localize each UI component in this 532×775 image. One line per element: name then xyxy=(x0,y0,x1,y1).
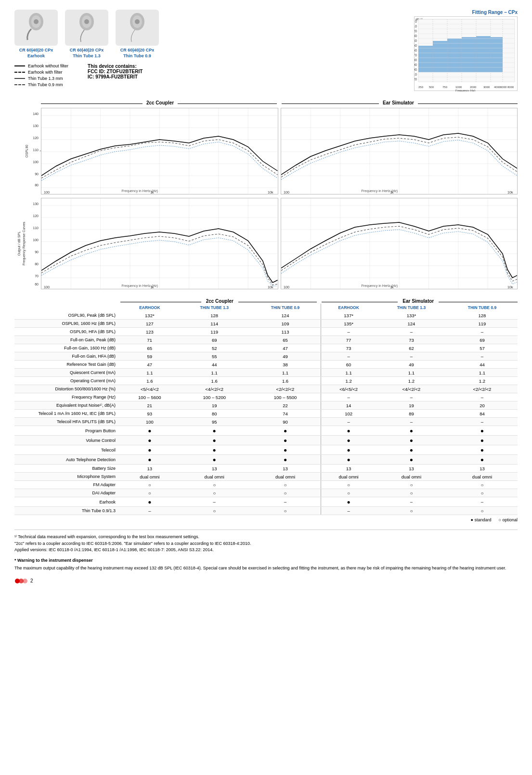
row-val-0: 100 xyxy=(120,418,179,426)
ospl90-y-label: OSPL90 Output / dB SPL xyxy=(32,128,40,176)
row-val-5: 1.1 xyxy=(447,369,518,377)
row-val-3: 137* xyxy=(321,311,376,320)
footnotes-section: ¹⁾ Technical data measured with expansio… xyxy=(14,530,518,572)
svg-text:100: 100 xyxy=(33,238,39,242)
svg-text:110: 110 xyxy=(415,73,417,76)
svg-rect-27 xyxy=(462,37,476,72)
row-val-5: 128 xyxy=(447,311,518,320)
row-val-1: 100 – 5200 xyxy=(179,393,250,401)
row-val-3: – xyxy=(321,352,376,361)
row-label: OSPL90, 1600 Hz (dB SPL) xyxy=(14,320,120,328)
svg-text:Output / dB SPL: Output / dB SPL xyxy=(17,232,21,256)
row-val-2: 100 – 5500 xyxy=(250,393,321,401)
row-val-4: – xyxy=(376,352,447,361)
svg-point-8 xyxy=(135,19,140,24)
row-val-5: ○ xyxy=(447,481,518,489)
row-val-1: ○ xyxy=(179,507,250,515)
row-val-4: – xyxy=(376,418,447,426)
row-val-5: 84 xyxy=(447,410,518,418)
row-val-2: 65 xyxy=(250,336,321,344)
svg-text:Frequency Response Curves: Frequency Response Curves xyxy=(22,221,26,265)
row-val-3: – xyxy=(321,507,376,515)
frc-ear-sim-svg: 100 1k 10k Frequency in Hertz (Hz) xyxy=(281,198,518,290)
row-label: Microphone System xyxy=(14,473,120,481)
row-val-0: ● xyxy=(120,436,179,445)
svg-text:120: 120 xyxy=(415,78,417,81)
svg-text:120: 120 xyxy=(33,214,39,218)
row-val-2: <2/<2/<2 xyxy=(250,385,321,393)
row-val-1: 1.1 xyxy=(179,369,250,377)
svg-text:100: 100 xyxy=(284,191,289,194)
svg-text:80: 80 xyxy=(35,262,39,266)
row-val-4: – xyxy=(376,393,447,401)
row-label: Full-on Gain, 1600 Hz (dB) xyxy=(14,344,120,352)
row-val-5: ○ xyxy=(447,489,518,497)
row-val-2: – xyxy=(250,497,321,507)
warning-text: The maximum output capability of the hea… xyxy=(14,565,518,572)
row-val-5: ● xyxy=(447,426,518,436)
svg-text:750: 750 xyxy=(442,86,448,89)
row-val-5: – xyxy=(447,352,518,361)
data-table-section: 2cc Coupler Ear Simulator EARHOOK THIN T… xyxy=(14,298,518,522)
row-val-0: <5/<4/<2 xyxy=(120,385,179,393)
row-val-3: – xyxy=(321,393,376,401)
row-val-5: 57 xyxy=(447,344,518,352)
svg-text:60: 60 xyxy=(415,49,417,52)
row-val-4: ● xyxy=(376,436,447,445)
ospl90-ear-sim-chart: 100 1k 10k Frequency in Hertz (Hz) xyxy=(281,108,518,194)
row-val-5: 1.2 xyxy=(447,377,518,385)
row-val-2: 13 xyxy=(250,465,321,473)
row-label: DAI Adapter xyxy=(14,489,120,497)
row-label: Distortion 500/800/1600 Hz (%) xyxy=(14,385,120,393)
row-val-5: 20 xyxy=(447,401,518,410)
row-val-3: 60 xyxy=(321,361,376,369)
row-val-4: ● xyxy=(376,455,447,465)
row-val-1: 128 xyxy=(179,311,250,320)
row-val-3: 1.2 xyxy=(321,377,376,385)
svg-text:1000: 1000 xyxy=(455,86,462,89)
row-val-1: 44 xyxy=(179,361,250,369)
row-val-3: ● xyxy=(321,445,376,455)
table-row: Frequency Range (Hz)100 – 5600100 – 5200… xyxy=(14,393,518,401)
legend-dashed-thin-icon xyxy=(14,84,25,85)
device-thin-tube-0-9-img xyxy=(116,10,159,46)
legend-solid-icon xyxy=(14,65,25,66)
row-val-4: dual omni xyxy=(376,473,447,481)
svg-text:2000: 2000 xyxy=(470,86,477,89)
svg-text:130: 130 xyxy=(33,202,39,206)
col-header-tt09-ear: THIN TUBE 0.9 xyxy=(447,304,518,311)
table-row: Telecoil●●●●●● xyxy=(14,445,518,455)
row-val-0: ○ xyxy=(120,489,179,497)
table-row: Full-on Gain, Peak (dB)716965777369 xyxy=(14,336,518,344)
table-row: Equivalent Input Noise¹⁾, dB(A)211922141… xyxy=(14,401,518,410)
row-label: Quiescent Current (mA) xyxy=(14,369,120,377)
row-val-5: ● xyxy=(447,445,518,455)
page-number-area: 2 xyxy=(14,577,518,585)
row-val-0: 1.6 xyxy=(120,377,179,385)
row-label: Telecoil xyxy=(14,445,120,455)
page-number: 2 xyxy=(30,578,33,583)
svg-text:Frequency in Hertz (Hz): Frequency in Hertz (Hz) xyxy=(121,189,158,193)
row-val-4: – xyxy=(376,328,447,336)
row-val-4: 1.1 xyxy=(376,369,447,377)
device-earhook-img xyxy=(14,10,58,46)
footnote-2: "2cc" refers to a coupler according to I… xyxy=(14,541,518,547)
row-val-2: ● xyxy=(250,426,321,436)
row-val-3: ● xyxy=(321,436,376,445)
device-earhook-label: CR 60|40|20 CPxEarhook xyxy=(14,48,58,59)
svg-text:60: 60 xyxy=(35,283,39,286)
row-val-1: ● xyxy=(179,436,250,445)
svg-text:6000: 6000 xyxy=(500,86,507,89)
table-row: Operating Current (mA)1.61.61.61.21.21.2 xyxy=(14,377,518,385)
legend-standard: ● standard xyxy=(471,517,492,522)
svg-text:130: 130 xyxy=(33,124,39,128)
row-val-1: 114 xyxy=(179,320,250,328)
row-val-3: ● xyxy=(321,497,376,507)
table-row: Earhook●––●–– xyxy=(14,497,518,507)
table-coupler-header: 2cc Coupler xyxy=(201,298,238,304)
svg-text:110: 110 xyxy=(33,226,39,230)
table-row: Quiescent Current (mA)1.11.11.11.11.11.1 xyxy=(14,369,518,377)
col-header-earhook-2cc: EARHOOK xyxy=(120,304,179,311)
row-val-2: 124 xyxy=(250,311,321,320)
logo-icon xyxy=(14,577,28,585)
